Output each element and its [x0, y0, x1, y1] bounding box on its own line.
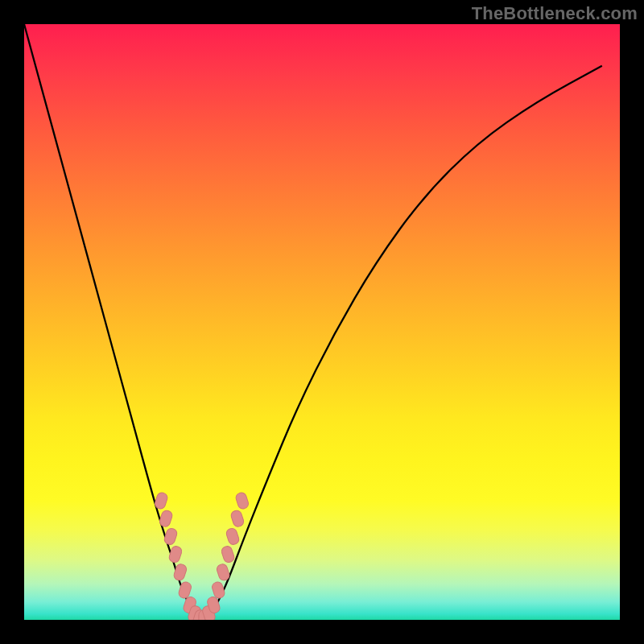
- bottleneck-curve: [24, 24, 602, 619]
- curve-marker: [230, 510, 246, 528]
- curve-layer: [24, 24, 602, 619]
- curve-marker: [154, 491, 169, 510]
- plot-frame: [24, 24, 620, 620]
- marker-layer: [154, 491, 250, 620]
- curve-marker: [235, 491, 250, 510]
- chart-svg: [24, 24, 620, 620]
- chart-stage: TheBottleneck.com: [0, 0, 644, 644]
- curve-marker: [216, 563, 231, 581]
- watermark-text: TheBottleneck.com: [472, 3, 638, 24]
- curve-marker: [225, 527, 241, 546]
- curve-marker: [159, 510, 174, 528]
- curve-marker: [163, 527, 179, 546]
- curve-marker: [168, 545, 184, 564]
- curve-marker: [221, 545, 236, 564]
